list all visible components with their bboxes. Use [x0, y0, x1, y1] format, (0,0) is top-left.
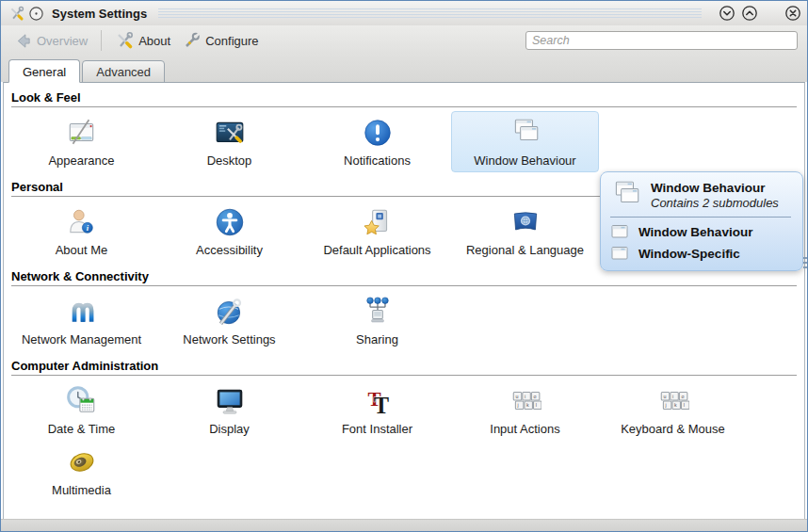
item-default-applications[interactable]: Default Applications [303, 201, 451, 262]
appearance-icon [66, 117, 98, 149]
configure-button[interactable]: Configure [176, 28, 264, 53]
configure-label: Configure [205, 34, 258, 48]
item-label: Keyboard & Mouse [621, 422, 725, 436]
item-font-installer[interactable]: T T Font Installer [303, 379, 451, 441]
tab-advanced[interactable]: Advanced [82, 60, 165, 83]
search-box [525, 31, 798, 50]
overview-button[interactable]: Overview [8, 29, 93, 53]
section-rule [11, 285, 797, 286]
item-window-behaviour[interactable]: Window Behaviour [451, 111, 599, 172]
item-network-management[interactable]: Network Management [8, 290, 155, 351]
svg-text:k: k [526, 402, 529, 408]
toolbar: Overview About [1, 25, 807, 56]
network-settings-icon [214, 296, 246, 328]
item-desktop[interactable]: Desktop [155, 111, 303, 172]
item-label: Window Behaviour [474, 153, 575, 168]
item-label: Appearance [48, 153, 114, 168]
close-icon[interactable] [784, 5, 801, 22]
item-sharing[interactable]: Sharing [303, 290, 451, 351]
item-label: Font Installer [342, 422, 412, 436]
svg-text:k: k [674, 402, 677, 408]
multimedia-icon [66, 446, 98, 478]
item-multimedia[interactable]: Multimedia [8, 441, 155, 502]
window-title: System Settings [52, 7, 147, 21]
item-label: Input Actions [490, 422, 559, 436]
window-behaviour-tooltip: Window Behaviour Contains 2 submodules W… [600, 171, 803, 271]
tab-bar: General Advanced [1, 56, 807, 82]
default-applications-icon [362, 206, 394, 238]
status-bar [1, 519, 807, 531]
section-title-computer-admin: Computer Administration [11, 359, 797, 373]
about-button[interactable]: About [109, 28, 176, 53]
section-rule [11, 375, 797, 376]
item-label: Network Management [22, 332, 141, 347]
svg-text:o: o [533, 394, 536, 399]
item-label: Date & Time [48, 422, 116, 436]
svg-text:u: u [663, 394, 666, 399]
item-label: Regional & Language [466, 243, 584, 257]
item-label: Desktop [207, 153, 252, 168]
svg-text:j: j [516, 402, 518, 408]
item-label: Notifications [344, 153, 411, 168]
window-resize-grip[interactable] [803, 257, 807, 270]
wrench-icon [182, 31, 201, 50]
section-grid-network: Network Management Network Setti [4, 289, 804, 351]
svg-text:i: i [671, 394, 672, 399]
item-accessibility[interactable]: Accessibility [155, 201, 303, 262]
tooltip-divider [610, 217, 791, 218]
tooltip-subtitle: Contains 2 submodules [651, 196, 779, 210]
svg-text:l: l [535, 402, 536, 408]
item-label: Network Settings [183, 332, 275, 347]
back-arrow-icon [14, 32, 32, 50]
keyboard-keys-icon: uio jkl [657, 385, 689, 417]
submodule-window-behaviour[interactable]: Window Behaviour [610, 222, 793, 241]
item-date-time[interactable]: Date & Time [8, 379, 155, 441]
circle-dot-icon[interactable] [28, 6, 44, 22]
search-input[interactable] [525, 31, 798, 50]
tab-general[interactable]: General [8, 59, 80, 83]
item-appearance[interactable]: Appearance [8, 111, 155, 172]
accessibility-icon [214, 206, 246, 238]
tools-icon [8, 6, 24, 22]
item-label: Accessibility [196, 243, 263, 257]
tooltip-header: Window Behaviour Contains 2 submodules [610, 179, 793, 211]
notifications-icon [362, 117, 394, 149]
keyboard-keys-icon: uio jkl [509, 385, 541, 417]
item-label: Display [209, 422, 250, 436]
window-icon [610, 244, 629, 263]
item-network-settings[interactable]: Network Settings [155, 290, 303, 351]
titlebar: System Settings [1, 1, 807, 25]
item-display[interactable]: Display [155, 379, 303, 441]
item-label: Default Applications [323, 243, 430, 257]
section-title-network: Network & Connectivity [11, 269, 797, 283]
regional-language-icon [509, 206, 541, 238]
font-installer-icon: T T [362, 385, 394, 417]
item-about-me[interactable]: i About Me [8, 201, 155, 262]
item-keyboard-mouse[interactable]: uio jkl Keyboard & Mouse [599, 379, 747, 441]
svg-text:o: o [681, 394, 684, 399]
window-icon [610, 222, 629, 241]
section-rule [11, 106, 797, 107]
item-notifications[interactable]: Notifications [303, 111, 451, 172]
window-behaviour-icon [509, 117, 541, 149]
tooltip-title: Window Behaviour [651, 181, 779, 195]
section-grid-look-feel: Appearance [4, 110, 804, 172]
item-label: Multimedia [52, 483, 111, 497]
item-label: Sharing [356, 332, 398, 347]
network-management-icon [66, 296, 98, 328]
system-settings-window: System Settings [0, 0, 808, 532]
maximize-icon[interactable] [741, 5, 758, 22]
item-regional-language[interactable]: Regional & Language [451, 201, 599, 262]
submodule-window-specific[interactable]: Window-Specific [610, 244, 793, 263]
section-title-look-feel: Look & Feel [11, 90, 797, 105]
item-input-actions[interactable]: uio jkl Input Actions [451, 379, 599, 441]
minimize-icon[interactable] [719, 5, 735, 22]
svg-text:j: j [664, 402, 666, 408]
svg-text:T: T [373, 393, 388, 417]
titlebar-stripes [158, 8, 702, 19]
date-time-icon [66, 385, 98, 417]
about-label: About [138, 34, 170, 48]
tools-icon [115, 31, 134, 50]
about-me-icon: i [66, 206, 98, 238]
tooltip-header-text: Window Behaviour Contains 2 submodules [651, 181, 779, 210]
